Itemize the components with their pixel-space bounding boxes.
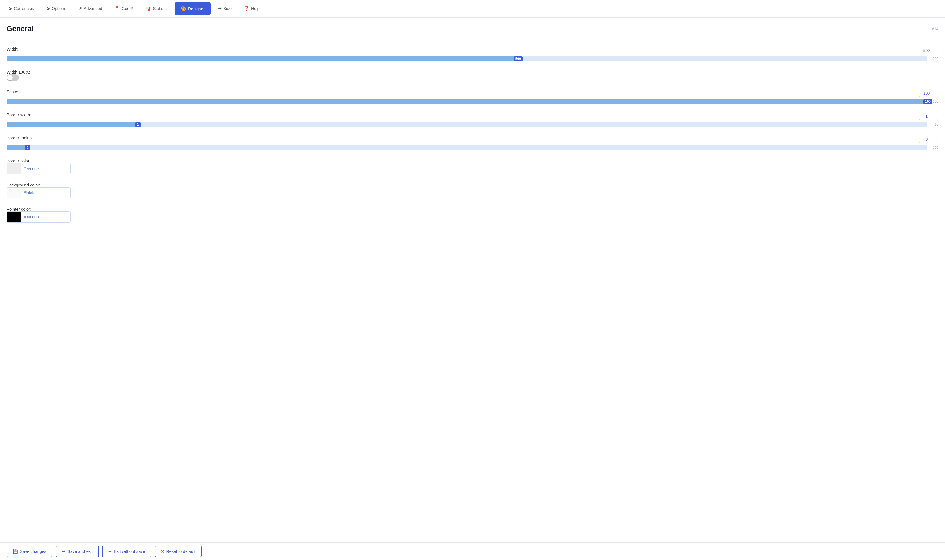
nav-item-help[interactable]: ❓ Help xyxy=(238,0,266,17)
designer-icon: 🎨 xyxy=(181,6,187,11)
width-slider-track[interactable]: 500 xyxy=(7,56,927,62)
reset-to-default-icon: ✕ xyxy=(161,549,164,554)
width-thumb-label: 500 xyxy=(514,56,523,62)
border-radius-slider-track[interactable]: 0 xyxy=(7,145,927,150)
width-input[interactable] xyxy=(919,47,938,54)
save-and-exit-button[interactable]: ↩ Save and exit xyxy=(56,546,99,557)
background-color-field-row: Background color: xyxy=(7,183,938,198)
nav-label-help: Help xyxy=(251,6,260,11)
scale-slider-wrapper: 100 100 xyxy=(7,99,938,104)
pointer-color-label: Pointer color: xyxy=(7,207,31,211)
nav-item-designer[interactable]: 🎨 Designer xyxy=(175,2,211,15)
border-radius-slider-fill: 0 xyxy=(7,145,25,150)
scale-slider-track[interactable]: 100 xyxy=(7,99,927,104)
scale-label: Scale: xyxy=(7,89,18,94)
scale-thumb-label: 100 xyxy=(923,99,932,104)
background-color-swatch[interactable] xyxy=(7,188,21,198)
width-max-label: 900 xyxy=(930,57,938,61)
page-header: General #14 xyxy=(7,18,938,39)
nav-item-geoip[interactable]: 📍 GeoIP xyxy=(108,0,140,17)
statistic-icon: 📊 xyxy=(145,6,151,11)
pointer-color-input[interactable] xyxy=(21,215,71,219)
nav-label-side: Side xyxy=(223,6,231,11)
border-radius-slider-wrapper: 0 100 xyxy=(7,145,938,150)
width100-field-row: Width 100%: xyxy=(7,70,938,81)
nav-label-statistic: Statistic xyxy=(153,6,168,11)
nav-item-side[interactable]: ⬌ Side xyxy=(212,0,238,17)
geoip-icon: 📍 xyxy=(114,6,120,11)
currencies-icon: ⚙ xyxy=(8,6,12,11)
border-color-input[interactable] xyxy=(21,166,71,171)
border-width-thumb-label: 1 xyxy=(135,122,140,127)
reset-to-default-button[interactable]: ✕ Reset to default xyxy=(155,546,202,557)
border-width-slider-track[interactable]: 1 xyxy=(7,122,927,127)
scale-field-row: Scale: 100 100 xyxy=(7,89,938,104)
reset-to-default-label: Reset to default xyxy=(166,549,196,554)
border-radius-input[interactable] xyxy=(919,136,938,143)
save-changes-button[interactable]: 💾 Save changes xyxy=(7,546,52,557)
pointer-color-swatch[interactable] xyxy=(7,212,21,222)
save-changes-icon: 💾 xyxy=(13,549,18,554)
background-color-field[interactable] xyxy=(7,187,71,198)
exit-without-save-icon: ↩ xyxy=(108,549,112,554)
border-color-swatch[interactable] xyxy=(7,163,21,174)
nav-item-currencies[interactable]: ⚙ Currencies xyxy=(2,0,40,17)
advanced-icon: ↗ xyxy=(78,6,82,11)
scale-slider-fill: 100 xyxy=(7,99,927,104)
border-color-label: Border color: xyxy=(7,158,31,163)
border-width-slider-wrapper: 1 10 xyxy=(7,122,938,127)
nav-label-geoip: GeoIP xyxy=(122,6,134,11)
width-field-row: Width: 500 900 xyxy=(7,47,938,62)
border-color-field[interactable] xyxy=(7,163,71,174)
nav-label-currencies: Currencies xyxy=(14,6,34,11)
width100-toggle[interactable] xyxy=(7,74,19,81)
save-and-exit-icon: ↩ xyxy=(62,549,66,554)
save-changes-label: Save changes xyxy=(20,549,46,554)
nav-item-options[interactable]: ⚙ Options xyxy=(40,0,72,17)
pointer-color-field[interactable] xyxy=(7,211,71,223)
border-width-slider-fill: 1 xyxy=(7,122,136,127)
border-radius-field-row: Border radius: 0 100 xyxy=(7,135,938,150)
page-title: General xyxy=(7,25,34,33)
background-color-input[interactable] xyxy=(21,191,71,195)
nav-label-advanced: Advanced xyxy=(83,6,102,11)
border-width-field-row: Border width: 1 10 xyxy=(7,112,938,127)
width100-label: Width 100%: xyxy=(7,70,30,74)
help-icon: ❓ xyxy=(244,6,250,11)
width-slider-fill: 500 xyxy=(7,56,518,62)
nav-item-statistic[interactable]: 📊 Statistic xyxy=(139,0,174,17)
border-width-max-label: 10 xyxy=(930,123,938,126)
nav-label-designer: Designer xyxy=(188,6,205,11)
width-slider-wrapper: 500 900 xyxy=(7,56,938,62)
nav-item-advanced[interactable]: ↗ Advanced xyxy=(72,0,108,17)
background-color-label: Background color: xyxy=(7,183,40,187)
scale-input[interactable] xyxy=(919,90,938,97)
border-radius-thumb-label: 0 xyxy=(25,145,30,150)
border-radius-max-label: 100 xyxy=(930,146,938,149)
side-icon: ⬌ xyxy=(218,6,222,11)
exit-without-save-button[interactable]: ↩ Exit without save xyxy=(102,546,151,557)
nav-bar: ⚙ Currencies ⚙ Options ↗ Advanced 📍 GeoI… xyxy=(0,0,945,18)
footer-bar: 💾 Save changes ↩ Save and exit ↩ Exit wi… xyxy=(0,542,945,560)
exit-without-save-label: Exit without save xyxy=(114,549,145,554)
save-and-exit-label: Save and exit xyxy=(68,549,93,554)
pointer-color-field-row: Pointer color: xyxy=(7,207,938,223)
width100-knob xyxy=(7,75,13,80)
width-label: Width: xyxy=(7,47,18,51)
border-radius-label: Border radius: xyxy=(7,135,33,140)
width100-toggle-wrap xyxy=(7,74,938,81)
border-width-input[interactable] xyxy=(919,113,938,120)
main-content: General #14 Width: 500 900 Width 100%: xyxy=(0,18,945,560)
options-icon: ⚙ xyxy=(46,6,50,11)
border-width-label: Border width: xyxy=(7,112,31,117)
page-id: #14 xyxy=(932,27,938,31)
border-color-field-row: Border color: xyxy=(7,158,938,174)
nav-label-options: Options xyxy=(52,6,66,11)
